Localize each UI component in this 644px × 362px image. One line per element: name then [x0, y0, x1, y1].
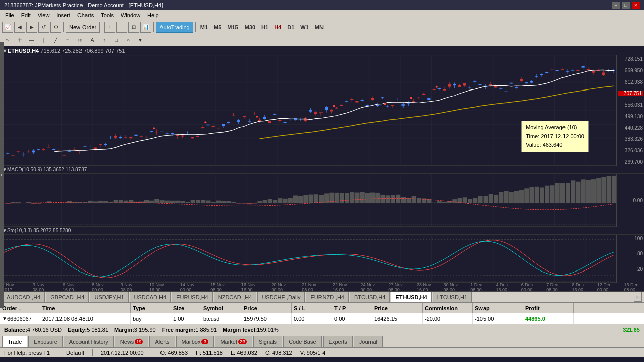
toolbar-new-chart[interactable]: 📈 — [2, 22, 13, 33]
tab-usdchf[interactable]: USDCHF-,Daily — [257, 292, 305, 302]
col-sl: S / L — [292, 303, 332, 313]
tab-usdcad[interactable]: USDCAD,H4 — [130, 292, 171, 302]
col-symbol: Symbol — [201, 303, 242, 313]
tab-eurusd[interactable]: EURUSD,H4 — [172, 292, 213, 302]
tab-gbpcad[interactable]: GBPCAD-,H4 — [46, 292, 89, 302]
bot-tab-market[interactable]: Market 23 — [215, 336, 252, 347]
tab-ltcusd[interactable]: LTCUSD,H1 — [433, 292, 472, 302]
margin-level-label: Margin level: — [223, 327, 257, 333]
title-bar: 218366787: JPMarkets-Practice - Demo Acc… — [0, 0, 644, 10]
status-bar: For Help, press F1 Default 2017.12.12 00… — [0, 347, 644, 357]
tab-btcusd[interactable]: BTCUSD,H4 — [350, 292, 390, 302]
bot-tab-exposure[interactable]: Exposure — [28, 336, 62, 347]
tab-nzdcad[interactable]: NZDCAD-,H4 — [214, 292, 257, 302]
cell-profit: 44865.0 — [523, 313, 574, 324]
draw-crosshair[interactable]: ✛ — [14, 35, 25, 45]
draw-vline[interactable]: | — [38, 35, 49, 45]
bot-tab-history[interactable]: Account History — [64, 336, 114, 347]
tooltip-time: Time: 2017.12.12 00:00 — [526, 132, 584, 141]
draw-text[interactable]: A — [87, 35, 98, 45]
chart-info-bar: ▼ ETHUSD,H4 718.612 725.282 706.899 707.… — [0, 46, 644, 55]
auto-trading-button[interactable]: AutoTrading — [156, 22, 193, 33]
bot-tab-alerts[interactable]: Alerts — [149, 336, 175, 347]
tf-mn[interactable]: MN — [312, 22, 326, 32]
draw-ellipse[interactable]: ○ — [123, 35, 134, 45]
toolbar-zoom-out[interactable]: − — [116, 22, 127, 33]
maximize-button[interactable]: □ — [622, 2, 630, 9]
bot-tab-codebase[interactable]: Code Base — [283, 336, 321, 347]
bot-tab-trade[interactable]: Trade — [2, 336, 27, 347]
menu-window[interactable]: Window — [118, 12, 143, 19]
tab-usdjpy[interactable]: USDJPY,H1 — [90, 292, 128, 302]
macd-chart[interactable] — [0, 174, 616, 227]
bot-tab-journal[interactable]: Journal — [354, 336, 383, 347]
new-order-button[interactable]: New Order — [66, 22, 100, 33]
cell-symbol: btcusd — [201, 313, 242, 324]
trade-panel: Order ↓ Time Type Size Symbol Price S / … — [0, 303, 644, 335]
drawing-toolbar: ↖ ✛ — | ╱ ≡ ≋ A ↑ □ ○ ▼ — [0, 34, 644, 46]
menu-edit[interactable]: Edit — [18, 12, 34, 19]
tab-scroll-right[interactable]: ▶ — [634, 292, 642, 302]
menu-help[interactable]: Help — [144, 12, 162, 19]
tab-eurnzd[interactable]: EURNZD-,H4 — [306, 292, 349, 302]
col-profit: Profit — [523, 303, 574, 313]
toolbar-forward[interactable]: ▶ — [26, 22, 37, 33]
tooltip-title: Moving Average (10) — [526, 123, 584, 132]
help-text: For Help, press F1 — [4, 350, 50, 356]
tf-m15[interactable]: M15 — [225, 22, 240, 32]
col-swap: Swap — [473, 303, 523, 313]
tf-h1[interactable]: H1 — [259, 22, 271, 32]
menu-tools[interactable]: Tools — [98, 12, 117, 19]
sto-chart-wrapper: 100 80 20 — [0, 235, 644, 283]
toolbar-back[interactable]: ◀ — [14, 22, 25, 33]
cell-tp: 0.00 — [332, 313, 372, 324]
menu-view[interactable]: View — [35, 12, 53, 19]
sto-y-axis: 100 80 20 — [616, 235, 644, 283]
draw-hline[interactable]: — — [26, 35, 37, 45]
draw-arrow[interactable]: ↑ — [99, 35, 110, 45]
draw-more[interactable]: ▼ — [135, 35, 146, 45]
toolbar-settings[interactable]: ⚙ — [50, 22, 61, 33]
main-chart[interactable]: Moving Average (10) Time: 2017.12.12 00:… — [0, 55, 616, 166]
symbol-tabs: AUDCAD-,H4 GBPCAD-,H4 USDJPY,H1 USDCAD,H… — [0, 292, 644, 303]
close-button[interactable]: ✕ — [632, 2, 640, 9]
draw-channel[interactable]: ≡ — [62, 35, 73, 45]
menu-file[interactable]: File — [2, 12, 17, 19]
menu-insert[interactable]: Insert — [53, 12, 73, 19]
status-sep2 — [92, 349, 93, 356]
news-badge: 19 — [135, 339, 143, 344]
bot-tab-experts[interactable]: Experts — [323, 336, 353, 347]
menu-bar: File Edit View Insert Charts Tools Windo… — [0, 10, 644, 20]
tf-h4[interactable]: H4 — [272, 22, 284, 32]
bot-tab-signals[interactable]: Signals — [253, 336, 282, 347]
market-badge: 23 — [238, 339, 247, 344]
status-sep3 — [152, 349, 152, 356]
bottom-tabs: Trade Exposure Account History News 19 A… — [0, 335, 644, 347]
tf-m1[interactable]: M1 — [198, 22, 210, 32]
bot-tab-news[interactable]: News 19 — [115, 336, 149, 347]
tab-audcad[interactable]: AUDCAD-,H4 — [2, 292, 45, 302]
toolbar-bar[interactable]: 📊 — [140, 22, 151, 33]
minimize-button[interactable]: − — [612, 2, 620, 9]
sto-chart[interactable] — [0, 235, 616, 283]
tab-ethusd[interactable]: ETHUSD,H4 — [391, 292, 431, 302]
balance-value: 4 760.16 USD — [27, 327, 62, 333]
tf-w1[interactable]: W1 — [298, 22, 311, 32]
draw-trendline[interactable]: ╱ — [50, 35, 61, 45]
draw-fib[interactable]: ≋ — [74, 35, 86, 45]
tf-d1[interactable]: D1 — [285, 22, 297, 32]
draw-rect[interactable]: □ — [111, 35, 122, 45]
menu-charts[interactable]: Charts — [74, 12, 97, 19]
toolbar-refresh[interactable]: ↺ — [38, 22, 49, 33]
toolbar-fit[interactable]: ⊡ — [128, 22, 139, 33]
sep3 — [153, 22, 154, 32]
main-y-axis: 728.151 669.950 612.938 707.751 556.031 … — [616, 55, 644, 166]
tf-m5[interactable]: M5 — [211, 22, 224, 32]
margin-level-value: 159.01% — [257, 327, 278, 333]
chart-symbol-ohlc: ETHUSD,H4 718.612 725.282 706.899 707.75… — [8, 48, 125, 54]
bot-tab-mailbox[interactable]: Mailbox 3 — [176, 336, 214, 347]
toolbar-zoom-in[interactable]: + — [104, 22, 115, 33]
sto-label: Sto(10,3,3) 85.2072,85.5280 — [7, 228, 71, 233]
tf-m30[interactable]: M30 — [242, 22, 258, 32]
tooltip-value: Value: 463.640 — [526, 141, 584, 150]
